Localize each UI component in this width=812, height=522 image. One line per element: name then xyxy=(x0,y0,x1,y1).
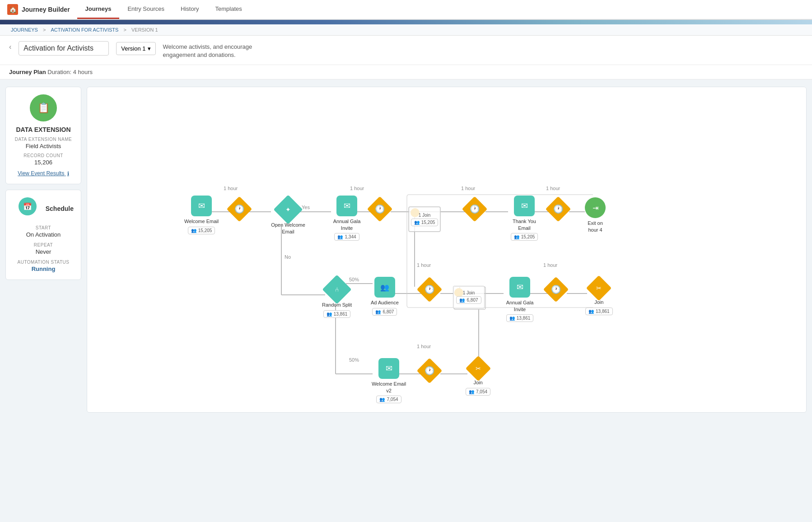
node-exit[interactable]: ⇥ Exit on hour 4 xyxy=(585,197,606,233)
de-record-value: 15,206 xyxy=(13,159,74,166)
brand: 🏠 Journey Builder xyxy=(0,0,77,19)
flow-container: 1 hour 1 hour 1 hour 1 hour 1 hour 1 hou… xyxy=(96,96,570,403)
timer-6-icon: 🕐 xyxy=(543,277,569,303)
count-val-2: 1,344 xyxy=(345,234,356,239)
node-join-4[interactable]: ✂ Join 👥 7,054 xyxy=(466,359,490,395)
count-icon: 👥 xyxy=(191,228,196,233)
de-name-value: Field Activists xyxy=(13,143,74,149)
count-icon-2: 👥 xyxy=(337,234,343,239)
random-split-icon: ⑃ xyxy=(322,275,351,304)
brand-name: Journey Builder xyxy=(22,6,70,13)
node-ad-audience[interactable]: 👥 Ad Audience 👥 6,807 xyxy=(371,277,399,315)
node-welcome-email-v2[interactable]: ✉ Welcome Email v2 👥 7,054 xyxy=(371,358,407,403)
data-extension-icon-glyph: 📋 xyxy=(37,102,50,114)
main-content: 📋 DATA EXTENSION DATA EXTENSION NAME Fie… xyxy=(0,79,812,420)
tab-history[interactable]: History xyxy=(173,0,207,19)
welcome-email-v2-label: Welcome Email v2 xyxy=(371,381,407,394)
join-2-box: 1 Join 👥 6,807 xyxy=(453,286,485,308)
welcome-email-count: 👥 15,205 xyxy=(188,227,215,234)
join-3-count: 👥 13,861 xyxy=(585,308,613,315)
pct-bottom-label: 50% xyxy=(349,357,359,363)
thankyou-icon: ✉ xyxy=(514,196,535,216)
top-nav: 🏠 Journey Builder Journeys Entry Sources… xyxy=(0,0,812,20)
welcome-email-icon: ✉ xyxy=(191,196,212,216)
repeat-value: Never xyxy=(13,248,74,255)
node-welcome-email[interactable]: ✉ Welcome Email 👥 15,205 xyxy=(184,196,219,234)
join-1-label: 1 Join xyxy=(419,213,431,218)
data-extension-icon: 📋 xyxy=(30,94,57,121)
tab-templates[interactable]: Templates xyxy=(207,0,250,19)
random-split-count: 👥 13,861 xyxy=(323,310,351,318)
data-extension-title: DATA EXTENSION xyxy=(13,126,74,133)
node-annual-gala-2[interactable]: ✉ Annual Gala Invite 👥 13,861 xyxy=(502,277,538,322)
welcome-email-v2-icon: ✉ xyxy=(378,358,399,379)
tab-journeys[interactable]: Journeys xyxy=(77,0,120,19)
node-timer-6[interactable]: 🕐 xyxy=(547,280,565,298)
data-extension-panel: 📋 DATA EXTENSION DATA EXTENSION NAME Fie… xyxy=(5,87,81,184)
journey-title-input[interactable] xyxy=(19,41,109,56)
hour-label-2: 1 hour xyxy=(350,186,364,191)
node-open-welcome[interactable]: ✦ Open Welcome Email xyxy=(270,199,306,235)
version-chevron: ▾ xyxy=(148,45,151,52)
info-icon: ℹ xyxy=(67,171,69,176)
timer-2-icon: 🕐 xyxy=(367,196,393,222)
thankyou-count: 👥 15,205 xyxy=(511,233,538,241)
breadcrumb-journeys[interactable]: JOURNEYS xyxy=(11,27,38,33)
node-timer-7[interactable]: 🕐 xyxy=(420,362,439,380)
exit-icon: ⇥ xyxy=(585,197,606,218)
node-timer-1[interactable]: 🕐 xyxy=(230,200,248,218)
join-2-label: 1 Join xyxy=(463,290,475,295)
annual-gala-1-count: 👥 1,344 xyxy=(334,233,359,241)
start-value: On Activation xyxy=(13,231,74,238)
view-event-results-link[interactable]: View Event Results ℹ xyxy=(13,170,74,177)
hour-label-3: 1 hour xyxy=(461,186,475,191)
thankyou-label: Thank You Email xyxy=(506,218,542,231)
node-timer-2[interactable]: 🕐 xyxy=(371,200,389,218)
journey-duration: Duration: 4 hours xyxy=(47,69,93,75)
home-icon[interactable]: 🏠 xyxy=(7,4,18,15)
left-sidebar: 📋 DATA EXTENSION DATA EXTENSION NAME Fie… xyxy=(5,87,81,280)
ad-audience-icon: 👥 xyxy=(374,277,395,298)
node-timer-4[interactable]: 🕐 xyxy=(549,200,567,218)
join-2-count: 👥 6,807 xyxy=(456,296,481,304)
journey-plan-label: Journey Plan xyxy=(9,69,46,75)
exit-label: Exit on hour 4 xyxy=(585,220,606,233)
annual-gala-1-label: Annual Gala Invite xyxy=(329,218,365,231)
start-label: START xyxy=(13,225,74,230)
de-name-label: DATA EXTENSION NAME xyxy=(13,137,74,142)
schedule-title: Schedule xyxy=(46,205,74,212)
canvas-area: 1 hour 1 hour 1 hour 1 hour 1 hour 1 hou… xyxy=(87,87,807,413)
version-dropdown[interactable]: Version 1 ▾ xyxy=(116,42,155,55)
node-thankyou-email[interactable]: ✉ Thank You Email 👥 15,205 xyxy=(506,196,542,241)
breadcrumb-activation[interactable]: ACTIVATION FOR ACTIVISTS xyxy=(51,27,118,33)
schedule-icon: 📅 xyxy=(19,197,37,215)
hour-label-7: 1 hour xyxy=(417,344,431,349)
timer-7-icon: 🕐 xyxy=(417,358,443,384)
node-join-3[interactable]: ✂ Join 👥 13,861 xyxy=(585,279,613,315)
node-timer-3[interactable]: 🕐 xyxy=(466,200,484,218)
timer-5-icon: 🕐 xyxy=(417,277,443,303)
timer-4-icon: 🕐 xyxy=(546,196,571,222)
no-label: No xyxy=(285,254,291,260)
node-timer-5[interactable]: 🕐 xyxy=(420,280,439,298)
tab-entry-sources[interactable]: Entry Sources xyxy=(119,0,173,19)
ad-audience-count: 👥 6,807 xyxy=(372,308,397,316)
join-3-icon: ✂ xyxy=(586,275,612,301)
version-label: Version 1 xyxy=(121,45,145,52)
status-label: AUTOMATION STATUS xyxy=(13,260,74,265)
open-welcome-label: Open Welcome Email xyxy=(270,222,306,235)
hour-label-6: 1 hour xyxy=(543,262,557,268)
node-annual-gala-1[interactable]: ✉ Annual Gala Invite 👥 1,344 xyxy=(329,196,365,241)
timer-3-icon: 🕐 xyxy=(462,196,488,222)
node-random-split[interactable]: ⑃ Random Split 👥 13,861 xyxy=(322,279,352,317)
join-1-box: 1 Join 👥 15,205 xyxy=(409,207,440,232)
count-value: 15,205 xyxy=(198,228,212,233)
annual-gala-2-label: Annual Gala Invite xyxy=(502,299,538,312)
ad-audience-label: Ad Audience xyxy=(371,299,399,306)
journey-plan-bar: Journey Plan Duration: 4 hours xyxy=(0,65,812,79)
hour-label-4: 1 hour xyxy=(546,186,560,191)
annual-gala-2-count: 👥 13,861 xyxy=(506,314,534,322)
annual-gala-2-icon: ✉ xyxy=(509,277,530,298)
de-record-label: RECORD COUNT xyxy=(13,153,74,158)
back-button[interactable]: ‹ xyxy=(9,43,11,51)
